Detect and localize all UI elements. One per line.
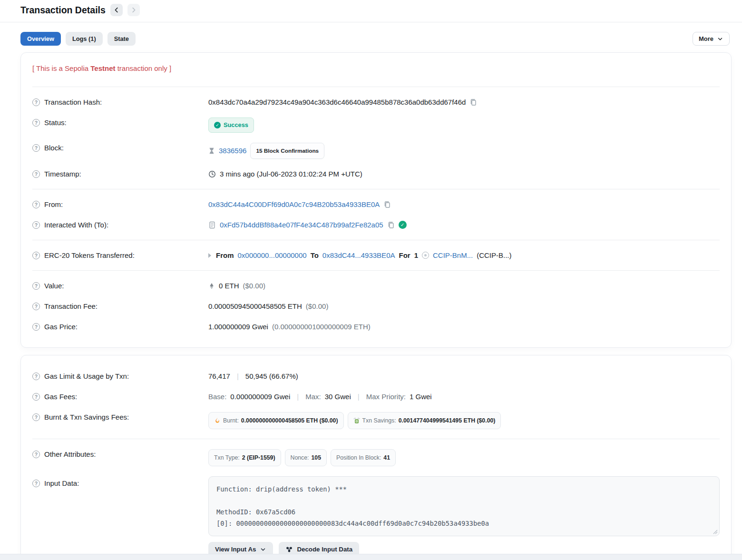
view-input-as-label: View Input As: [215, 546, 256, 553]
block-label: Block:: [44, 143, 64, 153]
decode-input-data-label: Decode Input Data: [297, 546, 352, 553]
other-attributes-label-group: ? Other Attributes:: [32, 449, 208, 460]
divider: [32, 439, 720, 439]
transfer-disclosure-icon[interactable]: [208, 253, 211, 258]
transaction-hash-value: 0x843dc70a4a29d79234c49a904c363d6c46640a…: [208, 97, 466, 108]
fire-icon: [214, 417, 221, 424]
divider: [32, 270, 720, 271]
token-symbol: (CCIP-B...): [477, 250, 511, 261]
interacted-with-label: Interacted With (To):: [44, 220, 108, 230]
burnt-badge: Burnt: 0.000000000000458505 ETH ($0.00): [208, 412, 344, 429]
prev-transaction-button[interactable]: [110, 4, 123, 16]
nonce-value: 105: [311, 452, 321, 463]
transaction-fee-row: ? Transaction Fee: 0.000050945000458505 …: [32, 296, 720, 316]
gas-price-row: ? Gas Price: 1.000000009 Gwei (0.0000000…: [32, 316, 720, 337]
help-icon[interactable]: ?: [32, 221, 40, 229]
gas-fees-label-group: ? Gas Fees:: [32, 392, 208, 402]
from-address-link[interactable]: 0x83dC44a4C00DFf69d0A0c7c94B20b53a4933BE…: [208, 199, 380, 210]
transfer-to-word: To: [311, 250, 319, 261]
input-data-label-group: ? Input Data:: [32, 478, 208, 489]
max-fee-label: Max:: [305, 392, 321, 402]
help-icon[interactable]: ?: [32, 282, 40, 290]
help-icon[interactable]: ?: [32, 323, 40, 331]
burnt-badge-value: 0.000000000000458505 ETH ($0.00): [241, 415, 338, 426]
burnt-fees-label: Burnt & Txn Savings Fees:: [44, 412, 129, 422]
gas-used-value: 50,945 (66.67%): [245, 371, 298, 382]
gas-limit-value: 76,417: [208, 371, 230, 382]
help-icon[interactable]: ?: [32, 413, 40, 421]
from-label-group: ? From:: [32, 199, 208, 210]
input-data-row: ? Input Data: Function: drip(address tok…: [32, 471, 720, 560]
more-dropdown-button[interactable]: More: [693, 32, 730, 46]
pipe-separator: |: [355, 392, 362, 402]
position-badge: Position In Block: 41: [331, 449, 396, 466]
gas-fees-row: ? Gas Fees: Base: 0.000000009 Gwei | Max…: [32, 386, 720, 407]
next-transaction-button[interactable]: [127, 4, 140, 16]
ethereum-icon: [208, 283, 215, 289]
token-name-link[interactable]: CCIP-BnM...: [433, 250, 473, 261]
input-data-textarea[interactable]: Function: drip(address token) *** Method…: [208, 476, 720, 536]
help-icon[interactable]: ?: [32, 144, 40, 152]
gas-limit-label-group: ? Gas Limit & Usage by Txn:: [32, 371, 208, 382]
copy-to-address-button[interactable]: [387, 221, 395, 229]
chevron-right-icon: [130, 7, 137, 13]
help-icon[interactable]: ?: [32, 252, 40, 259]
help-icon[interactable]: ?: [32, 373, 40, 380]
page-header: Transaction Details: [0, 0, 742, 22]
txn-savings-badge-label: Txn Savings:: [362, 415, 396, 426]
help-icon[interactable]: ?: [32, 170, 40, 178]
help-icon[interactable]: ?: [32, 201, 40, 208]
clock-icon: [208, 170, 216, 178]
value-eth: 0 ETH: [219, 281, 239, 291]
copy-hash-button[interactable]: [469, 98, 477, 106]
gas-price-label-group: ? Gas Price:: [32, 322, 208, 332]
block-number-link[interactable]: 3836596: [219, 146, 246, 156]
help-icon[interactable]: ?: [32, 451, 40, 458]
transaction-hash-label-group: ? Transaction Hash:: [32, 97, 208, 108]
decode-icon: [285, 546, 293, 553]
help-icon[interactable]: ?: [32, 119, 40, 127]
tab-logs[interactable]: Logs (1): [66, 32, 103, 46]
help-icon[interactable]: ?: [32, 303, 40, 310]
block-label-group: ? Block:: [32, 143, 208, 153]
money-wings-icon: [353, 417, 360, 424]
transaction-fee-label: Transaction Fee:: [44, 301, 98, 312]
gas-limit-label: Gas Limit & Usage by Txn:: [44, 371, 129, 382]
base-fee-value: 0.000000009 Gwei: [230, 392, 290, 402]
erc20-label-group: ? ERC-20 Tokens Transferred:: [32, 250, 208, 261]
transfer-to-address-link[interactable]: 0x83dC44...4933BE0A: [322, 250, 395, 261]
txn-savings-badge-value: 0.001477404999541495 ETH ($0.00): [399, 415, 496, 426]
max-priority-label: Max Priority:: [366, 392, 406, 402]
transfer-from-address-link[interactable]: 0x000000...00000000: [238, 250, 307, 261]
nonce-label: Nonce:: [291, 452, 309, 463]
help-icon[interactable]: ?: [32, 393, 40, 401]
copy-from-address-button[interactable]: [383, 201, 391, 208]
copy-icon: [383, 201, 391, 208]
base-fee-label: Base:: [208, 392, 226, 402]
pipe-separator: |: [234, 371, 242, 382]
from-row: ? From: 0x83dC44a4C00DFf69d0A0c7c94B20b5…: [32, 194, 720, 215]
timestamp-row: ? Timestamp: 3 mins ago (Jul-06-2023 01:…: [32, 164, 720, 184]
input-data-line-methodid: MethodID: 0x67a5cd06: [216, 506, 712, 518]
status-badge: ✓ Success: [208, 118, 254, 133]
hourglass-icon: [208, 147, 215, 154]
header-divider: [0, 22, 742, 22]
nonce-badge: Nonce: 105: [285, 449, 327, 466]
help-icon[interactable]: ?: [32, 98, 40, 106]
to-address-link[interactable]: 0xFd57b4ddBf88a4e07fF4e34C487b99af2Fe82a…: [220, 220, 383, 230]
tabs-row: Overview Logs (1) State More: [20, 32, 730, 46]
input-data-line-function: Function: drip(address token) ***: [216, 483, 712, 495]
tab-overview[interactable]: Overview: [20, 32, 61, 46]
interacted-with-label-group: ? Interacted With (To):: [32, 220, 208, 230]
transfer-from-word: From: [216, 250, 234, 261]
value-row: ? Value: 0 ETH ($0.00): [32, 275, 720, 296]
other-attributes-row: ? Other Attributes: Txn Type: 2 (EIP-155…: [32, 444, 720, 471]
help-icon[interactable]: ?: [32, 480, 40, 487]
resize-handle[interactable]: [713, 530, 718, 534]
tab-state[interactable]: State: [107, 32, 136, 46]
burnt-fees-label-group: ? Burnt & Txn Savings Fees:: [32, 412, 208, 422]
page-title: Transaction Details: [20, 5, 106, 16]
txn-type-label: Txn Type:: [214, 452, 240, 463]
max-fee-value: 30 Gwei: [325, 392, 351, 402]
timestamp-value: 3 mins ago (Jul-06-2023 01:02:24 PM +UTC…: [220, 169, 362, 179]
